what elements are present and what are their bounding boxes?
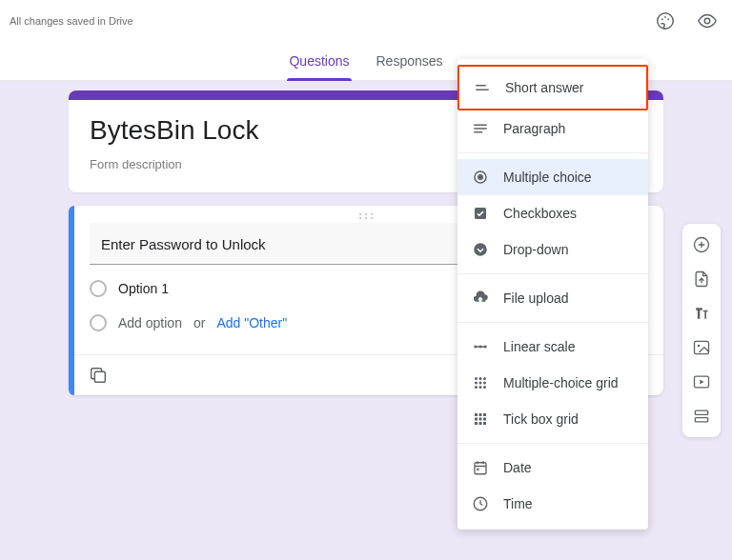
svg-rect-52 [477,469,478,470]
svg-rect-19 [695,418,707,422]
menu-item-date[interactable]: Date [458,450,648,486]
cloud-upload-icon [471,289,490,308]
svg-point-38 [483,382,486,385]
dropdown-icon [471,240,490,259]
menu-item-dropdown[interactable]: Drop-down [458,231,648,268]
menu-item-linear-scale[interactable]: Linear scale [458,329,648,365]
menu-label: Checkboxes [503,206,577,221]
tab-responses[interactable]: Responses [376,53,443,80]
svg-rect-13 [94,371,105,382]
add-image-icon[interactable] [686,332,717,363]
import-questions-icon[interactable] [686,264,717,294]
svg-rect-23 [474,128,487,130]
radio-icon [90,314,107,331]
add-question-icon[interactable] [686,230,717,260]
radio-selected-icon [471,168,490,187]
svg-point-26 [478,174,483,180]
menu-item-short-answer[interactable]: Short answer [459,67,646,109]
svg-point-8 [359,217,361,219]
menu-label: Multiple-choice grid [503,375,619,390]
svg-rect-48 [475,422,478,425]
add-video-icon[interactable] [686,367,717,397]
menu-label: Date [503,460,532,475]
topbar-actions [652,8,721,34]
side-toolbar [682,224,721,437]
question-type-menu: Short answer Paragraph Multiple choice C… [458,59,648,530]
svg-rect-45 [475,418,478,421]
svg-point-36 [475,382,478,385]
svg-point-34 [479,377,482,380]
svg-point-16 [698,345,701,348]
svg-point-10 [371,217,373,219]
svg-point-40 [479,386,482,389]
menu-item-checkboxes[interactable]: Checkboxes [458,195,648,231]
menu-label: Linear scale [503,339,576,354]
menu-divider [458,322,648,323]
palette-icon[interactable] [652,8,679,34]
menu-label: Time [503,496,533,511]
svg-point-35 [483,377,486,380]
short-answer-icon [473,78,492,97]
svg-rect-42 [475,413,478,416]
svg-rect-47 [483,418,486,421]
svg-point-6 [365,213,367,215]
add-title-icon[interactable] [686,298,717,329]
svg-point-39 [475,386,478,389]
menu-item-time[interactable]: Time [458,486,648,522]
clock-icon [471,494,490,513]
menu-divider [458,273,648,274]
svg-point-37 [479,382,482,385]
svg-point-2 [664,16,666,18]
add-option-text[interactable]: Add option [118,315,182,330]
menu-label: Short answer [505,80,583,95]
linear-scale-icon [471,337,490,356]
svg-point-0 [658,13,674,30]
menu-divider [458,443,648,444]
or-text: or [193,315,205,330]
checkbox-icon [471,204,490,223]
duplicate-icon[interactable] [88,365,109,386]
tab-questions[interactable]: Questions [289,53,349,80]
svg-rect-44 [483,413,486,416]
menu-item-mc-grid[interactable]: Multiple-choice grid [458,365,648,401]
add-other-link[interactable]: Add "Other" [216,315,287,330]
option-label[interactable]: Option 1 [118,281,169,296]
svg-rect-32 [476,346,486,348]
menu-item-tick-grid[interactable]: Tick box grid [458,401,648,437]
svg-point-5 [359,213,361,215]
calendar-icon [471,458,490,477]
top-bar: All changes saved in Drive [0,0,732,42]
svg-rect-21 [476,90,489,91]
grid-dots-icon [471,373,490,392]
svg-rect-18 [695,410,707,414]
menu-divider [458,152,648,153]
svg-rect-15 [695,341,709,353]
svg-point-1 [661,18,663,20]
grid-squares-icon [471,410,490,429]
add-section-icon[interactable] [686,401,717,431]
svg-point-9 [365,217,367,219]
svg-rect-46 [479,418,482,421]
save-status: All changes saved in Drive [10,15,133,27]
svg-point-41 [483,386,486,389]
svg-rect-24 [474,131,482,133]
menu-label: Multiple choice [503,170,592,185]
svg-rect-27 [475,208,486,219]
preview-icon[interactable] [694,8,721,34]
menu-label: File upload [503,290,569,306]
svg-point-4 [704,18,710,24]
menu-item-multiple-choice[interactable]: Multiple choice [458,159,648,195]
svg-rect-50 [483,422,486,425]
svg-rect-51 [475,463,486,474]
highlighted-menu-item: Short answer [458,65,648,110]
svg-point-7 [371,213,373,215]
radio-icon [90,280,107,297]
svg-point-33 [475,377,478,380]
menu-item-file-upload[interactable]: File upload [458,280,648,316]
svg-point-28 [474,243,487,256]
menu-item-paragraph[interactable]: Paragraph [458,110,648,147]
paragraph-icon [471,119,490,138]
menu-label: Tick box grid [503,411,579,427]
svg-rect-22 [474,125,487,127]
menu-label: Drop-down [503,242,568,257]
